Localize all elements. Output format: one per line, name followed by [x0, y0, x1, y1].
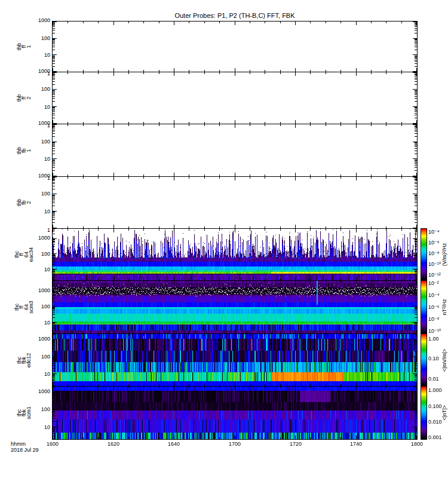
- empty-plot-canvas-thb-fb-1: [53, 124, 417, 176]
- colorbar-tick-label: 1.000: [428, 387, 447, 393]
- y-tick-label: 1000: [26, 336, 50, 342]
- y-tick-label: 10: [26, 52, 50, 58]
- colorbar-tick-label: 10⁻⁸: [428, 316, 447, 322]
- x-tick-label: 1700: [222, 441, 248, 447]
- y-tick-label: 1000: [26, 173, 50, 179]
- x-tick-label: 1740: [343, 441, 369, 447]
- y-tick-label: 10: [26, 156, 50, 162]
- y-axis-label-line: 1: [26, 43, 31, 51]
- y-tick-label: 10: [26, 209, 50, 215]
- colorbar-thc-fbk-scm1: [421, 386, 427, 440]
- colorbar-tick-label: 10⁻⁴: [428, 292, 447, 298]
- spectrogram-canvas-thc-fbk-edc12: [53, 334, 417, 386]
- y-tick-label: 10: [26, 104, 50, 110]
- colorbar-tick-label: 10⁻⁴: [428, 229, 447, 235]
- colorbar-tick-label: 1.00: [428, 336, 447, 342]
- y-tick-label: 100: [26, 86, 50, 92]
- colorbar-tick-label: 0.01: [428, 376, 447, 382]
- y-tick-label: 1000: [26, 235, 50, 241]
- panel-thc-ff-64-scm3: [52, 280, 418, 334]
- y-tick-label: 100: [26, 139, 50, 145]
- y-tick-label: 10: [26, 320, 50, 326]
- colorbar-tick-label: 10⁻¹⁰: [428, 328, 447, 334]
- y-axis-label-line: 2: [26, 199, 31, 207]
- y-tick-label: 1000: [26, 120, 50, 126]
- y-tick-label: 1000: [26, 68, 50, 74]
- y-tick-label: 100: [26, 251, 50, 257]
- colorbar-thc-fbk-edc12: [421, 333, 427, 387]
- panel-thc-fbk-edc12: [52, 333, 418, 387]
- colorbar-unit-label-thc-ff-64-scm3: nT²/Hz: [442, 299, 447, 315]
- panel-thb-fb-2: [52, 176, 418, 229]
- y-tick-label: 1000: [26, 17, 50, 23]
- y-axis-label-line: 2: [26, 94, 31, 102]
- y-tick-label: 1000: [26, 287, 50, 293]
- y-axis-label-thb-ff-1: thbff1: [17, 43, 31, 51]
- empty-plot-canvas-thb-fb-2: [53, 177, 417, 228]
- y-tick-label: 100: [26, 304, 50, 310]
- panel-thc-fbk-scm1: [52, 386, 418, 440]
- y-tick-label: 100: [26, 35, 50, 41]
- colorbar-tick-label: 10⁻¹²: [428, 272, 447, 278]
- x-axis-time-label: hhmm: [11, 441, 26, 447]
- colorbar-tick-label: 10⁻²: [428, 280, 447, 286]
- x-axis-date-label: 2018 Jul 29: [11, 447, 39, 453]
- colorbar-tick-label: 0.001: [428, 434, 447, 440]
- empty-plot-canvas-thb-ff-1: [53, 22, 417, 72]
- y-tick-label: 10: [26, 424, 50, 430]
- y-tick-label: 100: [26, 406, 50, 412]
- panel-thb-ff-1: [52, 21, 418, 72]
- empty-plot-canvas-thb-ff-2: [53, 72, 417, 124]
- plot-title: Outer Probes: P1, P2 (TH-B,C) FFT, FBK: [53, 12, 417, 19]
- x-tick-label: 1640: [161, 441, 187, 447]
- themis-fft-fbk-summary-plot: Outer Probes: P1, P2 (TH-B,C) FFT, FBK h…: [0, 0, 448, 478]
- x-tick-label: 1720: [283, 441, 309, 447]
- colorbar-unit-label-thc-fbk-scm1: <|nT|>: [442, 405, 447, 421]
- panel-thb-fb-1: [52, 124, 418, 177]
- y-tick-label: 1000: [26, 388, 50, 394]
- spectrogram-canvas-thc-fbk-scm1: [53, 387, 417, 439]
- x-tick-label: 1620: [100, 441, 127, 447]
- y-axis-label-thb-fb-2: thbfb2: [17, 199, 31, 207]
- colorbar-unit-label-thc-fbk-edc12: <|mV/m|>: [442, 348, 447, 372]
- panel-thb-ff-2: [52, 72, 418, 124]
- y-tick-label: 10: [26, 371, 50, 377]
- y-tick-label: 100: [26, 354, 50, 360]
- colorbar-unit-label-thc-ff-64-eac34: (V/m)²/Hz: [442, 243, 447, 266]
- panel-thc-ff-64-eac34: [52, 228, 418, 281]
- x-tick-label: 1800: [404, 441, 430, 447]
- spectrogram-canvas-thc-ff-64-eac34: [53, 229, 417, 280]
- colorbar-thc-ff-64-scm3: [421, 280, 427, 334]
- x-tick-label: 1600: [39, 441, 66, 447]
- y-axis-label-thb-fb-1: thbfb1: [17, 146, 31, 154]
- y-tick-label: 100: [26, 191, 50, 197]
- colorbar-thc-ff-64-eac34: [421, 228, 427, 281]
- spectrogram-canvas-thc-ff-64-scm3: [53, 281, 417, 333]
- y-axis-label-thb-ff-2: thbff2: [17, 94, 31, 102]
- y-tick-label: 1: [26, 227, 50, 233]
- y-axis-label-line: 1: [26, 146, 31, 154]
- y-tick-label: 10: [26, 266, 50, 272]
